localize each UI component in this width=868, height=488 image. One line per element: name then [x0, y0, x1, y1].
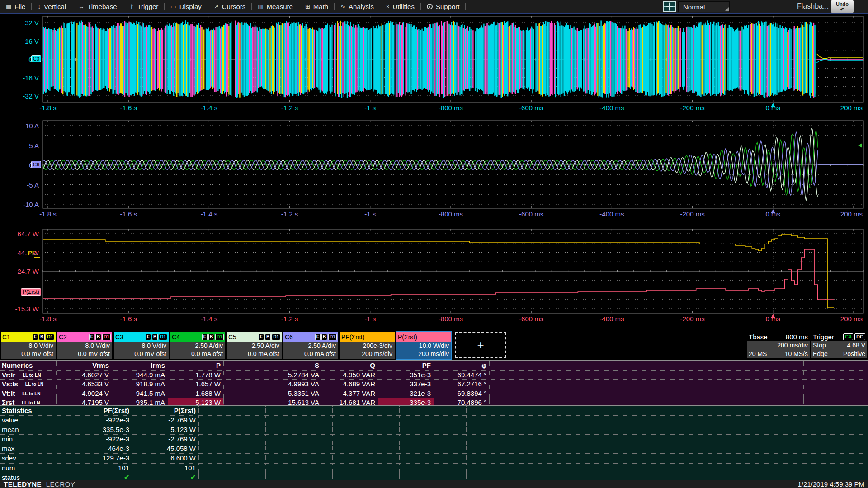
power-y-tick: -15.3 W [13, 305, 39, 312]
empty-cell [804, 389, 868, 398]
descriptor-C6[interactable]: C6FBD12.50 A/div0.0 mA ofst [283, 332, 338, 359]
current-zero-marker[interactable]: C6 [31, 161, 41, 168]
descriptor-badge-D1: D1 [215, 334, 224, 340]
descriptor-C4[interactable]: C4FBD12.50 A/div0.0 mA ofst [170, 332, 225, 359]
empty-cell [667, 416, 734, 425]
descriptor-scale: 8.0 V/div [57, 342, 112, 350]
empty-cell [199, 435, 266, 444]
timebase-box[interactable]: Tbase 800 ms 200 ms/div 20 MS 10 MS/s [747, 332, 810, 358]
brand-secondary: LECROY [46, 480, 75, 488]
numerics-value: 4.377 VAR [322, 389, 378, 398]
trigger-type: Edge [813, 350, 828, 358]
empty-cell [333, 416, 400, 425]
statistics-table: StatisticsPF(Σrst)P(Σrst)value-922e-3-2.… [0, 405, 868, 483]
empty-cell [615, 371, 678, 380]
descriptor-badge-B: B [208, 334, 214, 340]
descriptor-header: PF(Σrst) [340, 332, 395, 342]
descriptor-C1[interactable]: C1FBD18.0 V/div0.0 mV ofst [1, 332, 56, 359]
empty-cell [600, 425, 667, 434]
descriptor-header: C4FBD1 [170, 332, 225, 342]
clock: 1/21/2019 4:59:39 PM [797, 480, 864, 488]
voltage-trigger-time-marker[interactable] [771, 103, 775, 107]
pf-trace-marker-dash [34, 257, 40, 258]
descriptor-badge-F: F [33, 334, 38, 340]
numerics-col-header: φ [434, 361, 490, 370]
descriptor-C5[interactable]: C5FBD12.50 A/div0.0 mA ofst [227, 332, 282, 359]
current-x-tick: -200 ms [672, 210, 713, 218]
current-x-tick: -1.4 s [189, 210, 229, 218]
current-x-tick: -400 ms [591, 210, 632, 218]
empty-cell [266, 425, 333, 434]
empty-cell [199, 454, 266, 463]
descriptor-offset: 0.0 mV ofst [1, 350, 56, 358]
empty-cell [266, 444, 333, 453]
numerics-table: NumericsVrmsIrmsPSQPFφVr:IrLL to LN4.602… [0, 360, 868, 408]
statistics-row-mean: mean335.5e-35.123 W [0, 425, 868, 435]
empty-cell [333, 454, 400, 463]
voltage-zero-marker[interactable]: C3 [31, 55, 41, 62]
descriptor-title: P(Σrst) [398, 333, 417, 341]
empty-cell [552, 389, 615, 398]
power-y-tick: 64.7 W [13, 230, 39, 237]
status-bar: TELEDYNE LECROY 1/21/2019 4:59:39 PM [0, 480, 868, 488]
empty-cell [600, 444, 667, 453]
empty-cell [600, 406, 667, 415]
empty-cell [801, 435, 868, 444]
statistics-row-label: max [0, 444, 66, 453]
current-x-tick: -1.8 s [28, 210, 68, 218]
statistics-value: 129.7e-3 [66, 454, 132, 463]
brand-logo: TELEDYNE LECROY [4, 480, 75, 488]
descriptor-offset: 0.0 mV ofst [57, 350, 112, 358]
empty-cell [400, 425, 467, 434]
p-trace-marker[interactable]: P(Σrst) [21, 288, 41, 296]
descriptor-badge-F: F [146, 334, 151, 340]
empty-cell [734, 416, 801, 425]
current-x-tick: 200 ms [822, 210, 863, 218]
pf-trace-marker[interactable]: PF. [28, 249, 37, 256]
add-trace-button[interactable]: + [455, 332, 506, 358]
statistics-value: 6.600 W [132, 454, 199, 463]
power-x-tick: -200 ms [672, 315, 713, 323]
numerics-value: 5.2784 VA [224, 371, 322, 380]
descriptor-offset: 0.0 mA ofst [170, 350, 225, 358]
empty-cell [400, 444, 467, 453]
current-trigger-level-marker[interactable] [858, 143, 862, 148]
descriptor-header: P(Σrst) [396, 332, 451, 342]
empty-cell [467, 454, 533, 463]
descriptor-C2[interactable]: C2FBD18.0 V/div0.0 mV ofst [57, 332, 112, 359]
voltage-x-tick: -800 ms [430, 104, 471, 112]
empty-cell [615, 380, 678, 389]
trigger-source-badge: C4 [843, 333, 853, 340]
voltage-x-tick: -600 ms [511, 104, 552, 112]
descriptor-header: C1FBD1 [1, 332, 56, 342]
voltage-x-tick: -400 ms [591, 104, 632, 112]
descriptor-C3[interactable]: C3FBD18.0 V/div0.0 mV ofst [114, 332, 169, 359]
empty-cell [333, 425, 400, 434]
trigger-mode-row: Stop 4.68 V [811, 341, 867, 350]
descriptor-scale: 2.50 A/div [283, 342, 338, 350]
trigger-box[interactable]: Trigger C4 DC Stop 4.68 V Edge Positive [811, 332, 867, 358]
empty-cell [266, 416, 333, 425]
numerics-col-header: P [168, 361, 224, 370]
empty-cell [333, 435, 400, 444]
descriptor-scale: 8.0 V/div [114, 342, 169, 350]
voltage-x-tick: -1 s [350, 104, 391, 112]
empty-cell [533, 464, 600, 473]
descriptor-P(Σrst)[interactable]: P(Σrst)10.0 W/div200 ms/div [396, 332, 451, 359]
power-trigger-time-marker[interactable] [771, 314, 775, 318]
empty-cell [467, 464, 533, 473]
empty-cell [533, 406, 600, 415]
trigger-title: Trigger [813, 333, 834, 341]
numerics-value: 69.4474 ° [434, 371, 490, 380]
descriptor-offset: 0.0 mV ofst [114, 350, 169, 358]
empty-cell [801, 444, 868, 453]
current-trigger-time-marker[interactable] [771, 209, 775, 213]
empty-cell [490, 361, 552, 370]
numerics-row-label: Vt:ItLL to LN [0, 389, 57, 398]
descriptor-PF(Σrst)[interactable]: PF(Σrst)200e-3/div200 ms/div [340, 332, 395, 359]
descriptor-badge-F: F [89, 334, 94, 340]
numerics-value: 321e-3 [378, 389, 434, 398]
numerics-value: 941.5 mA [112, 389, 168, 398]
statistics-value: 45.058 W [132, 444, 199, 453]
empty-cell [533, 454, 600, 463]
